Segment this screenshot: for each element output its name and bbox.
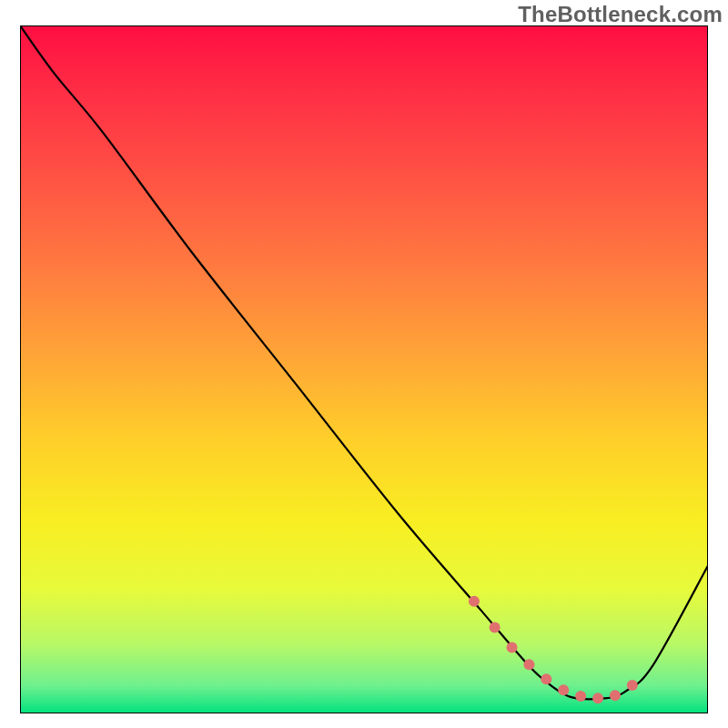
highlight-dot: [523, 659, 534, 670]
highlight-dot: [490, 622, 500, 633]
chart-svg: [20, 25, 708, 713]
highlight-dot: [541, 673, 551, 684]
highlight-dot: [627, 680, 638, 691]
gradient-background: [20, 25, 708, 713]
highlight-dot: [575, 691, 586, 702]
highlight-dot: [558, 684, 569, 695]
watermark-text: TheBottleneck.com: [518, 2, 723, 27]
highlight-dot: [610, 690, 621, 701]
highlight-dot: [507, 642, 518, 652]
chart-container: TheBottleneck.com: [0, 0, 728, 728]
plot-area: [20, 25, 708, 713]
highlight-dot: [592, 693, 603, 703]
highlight-dot: [469, 596, 480, 607]
